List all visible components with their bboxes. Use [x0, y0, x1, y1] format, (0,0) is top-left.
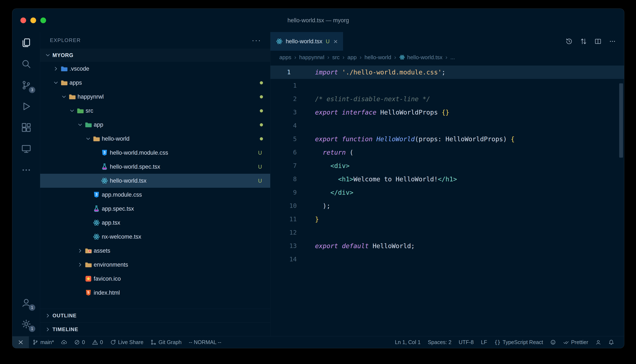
breadcrumb-item[interactable]: apps — [279, 54, 291, 61]
file-tree: .vscodeappshappynrwlsrcapphello-world3he… — [40, 62, 270, 309]
activity-settings[interactable]: 1 — [12, 313, 40, 334]
status-share-feedback[interactable] — [592, 336, 605, 348]
chevron-right-icon — [43, 326, 53, 332]
more-actions-button[interactable] — [606, 35, 618, 48]
bell-icon — [608, 340, 614, 345]
status-encoding[interactable]: UTF-8 — [455, 336, 477, 348]
line-number: 5 — [270, 132, 307, 146]
history-icon — [566, 38, 572, 45]
status-language-mode[interactable]: {}TypeScript React — [491, 336, 547, 348]
explorer-more-actions-button[interactable]: ··· — [252, 38, 261, 42]
tree-file-hello-world-tsx[interactable]: hello-world.tsxU — [40, 174, 270, 188]
status-warnings[interactable]: 0 — [89, 336, 107, 348]
ellipsis-icon — [21, 165, 31, 175]
git-modified-dot — [260, 81, 263, 84]
breadcrumb-separator: › — [360, 54, 361, 61]
tree-file-hello-world-spec-tsx[interactable]: hello-world.spec.tsxU — [40, 160, 270, 174]
status-remote-window[interactable] — [12, 336, 29, 348]
breadcrumb-separator: › — [327, 54, 329, 61]
breadcrumb-item[interactable]: happynrwl — [299, 54, 324, 61]
status-cursor-position[interactable]: Ln 1, Col 1 — [391, 336, 424, 348]
tree-folder-environments[interactable]: environments — [40, 258, 270, 272]
activity-remote-explorer[interactable] — [12, 138, 40, 159]
tree-folder-hello-world[interactable]: hello-world — [40, 132, 270, 146]
status-indentation[interactable]: Spaces: 2 — [424, 336, 455, 348]
tree-file-index-html[interactable]: 5index.html — [40, 286, 270, 300]
css-icon: 3 — [101, 149, 108, 156]
status-git-graph[interactable]: Git Graph — [147, 336, 185, 348]
tree-folder-happynrwl[interactable]: happynrwl — [40, 90, 270, 104]
status-prettier[interactable]: Prettier — [559, 336, 592, 348]
breadcrumb-item[interactable]: ... — [450, 54, 455, 61]
activity-extensions[interactable] — [12, 117, 40, 138]
chevron-right-icon — [75, 248, 85, 254]
status-bar-right: Ln 1, Col 1Spaces: 2UTF-8LF{}TypeScript … — [391, 336, 618, 348]
status-text: Spaces: 2 — [428, 339, 451, 345]
chevron-right-icon — [75, 262, 85, 268]
activity-explorer[interactable] — [12, 32, 40, 53]
code-line: 13export default HelloWorld; — [270, 239, 624, 253]
code-line: 9 </div> — [270, 186, 624, 199]
status-git-branch[interactable]: main* — [29, 336, 58, 348]
minimize-button[interactable] — [30, 18, 36, 23]
tree-file-favicon-ico[interactable]: favicon.ico — [40, 272, 270, 286]
code-line: 3export interface HelloWorldProps {} — [270, 106, 624, 119]
breadcrumb-item[interactable]: hello-world.tsx — [399, 54, 443, 61]
status-notifications[interactable] — [605, 336, 618, 348]
section-outline[interactable]: OUTLINE — [40, 309, 270, 322]
chevron-down-icon — [67, 108, 77, 114]
close-button[interactable] — [20, 18, 26, 23]
status-live-share[interactable]: Live Share — [107, 336, 147, 348]
status-eol[interactable]: LF — [477, 336, 491, 348]
chevron-spacer — [84, 206, 93, 212]
status-feedback[interactable] — [547, 336, 559, 348]
breadcrumb-item[interactable]: src — [332, 54, 340, 61]
breadcrumb-item[interactable]: hello-world — [364, 54, 391, 61]
status-vim-mode[interactable]: -- NORMAL -- — [185, 336, 225, 348]
status-text: Git Graph — [158, 339, 181, 345]
chevron-right-icon — [51, 66, 61, 72]
error-circle-icon — [74, 340, 80, 345]
open-timeline-button[interactable] — [563, 35, 575, 48]
tree-folder-apps[interactable]: apps — [40, 76, 270, 90]
activity-run-and-debug[interactable] — [12, 96, 40, 117]
tree-folder-src[interactable]: src — [40, 104, 270, 118]
code-line: 6 return ( — [270, 146, 624, 159]
tree-item-label: hello-world.tsx — [110, 178, 147, 184]
activity-additional-views[interactable] — [12, 159, 40, 180]
git-modified-dot — [260, 123, 263, 126]
tab-hello-world-tsx[interactable]: hello-world.tsx U × — [270, 32, 343, 51]
status-errors[interactable]: 0 — [71, 336, 89, 348]
status-text: Ln 1, Col 1 — [395, 339, 420, 345]
remote-explorer-icon — [21, 144, 31, 154]
code-text: import './hello-world.module.css'; — [307, 66, 446, 79]
code-text — [307, 253, 315, 266]
activity-source-control[interactable]: 3 — [12, 74, 40, 96]
tab-close-icon[interactable]: × — [333, 38, 338, 44]
tree-file-app-spec-tsx[interactable]: app.spec.tsx — [40, 202, 270, 216]
open-changes-button[interactable] — [577, 35, 590, 48]
line-number: 6 — [270, 146, 307, 159]
status-publish-changes[interactable] — [58, 336, 71, 348]
zoom-button[interactable] — [40, 18, 46, 23]
section-timeline[interactable]: TIMELINE — [40, 322, 270, 336]
activity-search[interactable] — [12, 53, 40, 74]
tree-file-app-module-css[interactable]: 3app.module.css — [40, 188, 270, 202]
tree-item-label: hello-world.spec.tsx — [110, 164, 160, 170]
breadcrumb-label: ... — [450, 54, 455, 61]
activity-bar-bottom: 11 — [12, 292, 40, 336]
code-editor[interactable]: 1import './hello-world.module.css';12/* … — [270, 64, 624, 336]
tree-file-hello-world-module-css[interactable]: 3hello-world.module.cssU — [40, 146, 270, 160]
editor-scrollbar[interactable] — [619, 83, 623, 158]
tree-folder-app[interactable]: app — [40, 118, 270, 132]
tree-file-app-tsx[interactable]: app.tsx — [40, 216, 270, 230]
tree-root-myorg[interactable]: MYORG — [40, 48, 270, 62]
tree-file-nx-welcome-tsx[interactable]: nx-welcome.tsx — [40, 230, 270, 244]
tree-folder-assets[interactable]: assets — [40, 244, 270, 258]
tree-folder--vscode[interactable]: .vscode — [40, 62, 270, 76]
status-text: Prettier — [571, 339, 588, 345]
split-editor-button[interactable] — [592, 35, 604, 48]
activity-accounts[interactable]: 1 — [12, 292, 40, 313]
code-line: 1import './hello-world.module.css'; — [270, 66, 624, 79]
breadcrumb-item[interactable]: app — [347, 54, 357, 61]
